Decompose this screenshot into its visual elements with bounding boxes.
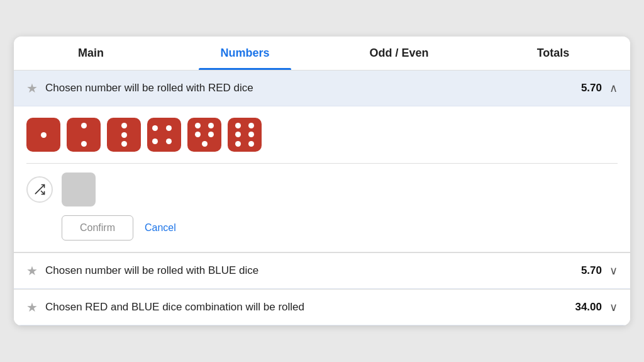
shuffle-button[interactable] bbox=[26, 176, 53, 203]
die-5[interactable] bbox=[187, 118, 221, 152]
die-2[interactable] bbox=[67, 118, 101, 152]
combination-chevron-down-icon[interactable]: ∨ bbox=[609, 300, 618, 314]
main-container: Main Numbers Odd / Even Totals ★ Chosen … bbox=[14, 37, 630, 325]
tab-odd-even[interactable]: Odd / Even bbox=[322, 37, 476, 70]
tab-bar: Main Numbers Odd / Even Totals bbox=[14, 37, 630, 71]
die-4[interactable] bbox=[147, 118, 181, 152]
combination-odds: 34.00 bbox=[575, 301, 602, 314]
combination-star-icon[interactable]: ★ bbox=[26, 300, 38, 315]
action-row: Confirm Cancel bbox=[62, 215, 618, 240]
blue-dice-odds: 5.70 bbox=[581, 264, 602, 277]
tab-main[interactable]: Main bbox=[14, 37, 168, 70]
dice-row bbox=[26, 118, 618, 152]
red-dice-header: ★ Chosen number will be rolled with RED … bbox=[14, 71, 630, 106]
cancel-button[interactable]: Cancel bbox=[142, 215, 179, 240]
blue-dice-header: ★ Chosen number will be rolled with BLUE… bbox=[14, 252, 630, 289]
number-input[interactable] bbox=[62, 173, 96, 206]
red-dice-content: Confirm Cancel bbox=[14, 106, 630, 252]
blue-dice-title: Chosen number will be rolled with BLUE d… bbox=[45, 264, 581, 277]
confirm-button[interactable]: Confirm bbox=[62, 215, 133, 240]
red-dice-star-icon[interactable]: ★ bbox=[26, 81, 38, 96]
combination-header: ★ Chosen RED and BLUE dice combination w… bbox=[14, 289, 630, 325]
combination-title: Chosen RED and BLUE dice combination wil… bbox=[45, 301, 575, 314]
controls-row bbox=[26, 173, 618, 206]
blue-dice-star-icon[interactable]: ★ bbox=[26, 263, 38, 278]
die-3[interactable] bbox=[107, 118, 141, 152]
tab-numbers[interactable]: Numbers bbox=[168, 37, 322, 70]
blue-dice-chevron-down-icon[interactable]: ∨ bbox=[609, 264, 618, 278]
red-dice-chevron-up-icon[interactable]: ∧ bbox=[609, 81, 618, 95]
tab-totals[interactable]: Totals bbox=[476, 37, 630, 70]
red-dice-odds: 5.70 bbox=[581, 82, 602, 94]
die-6[interactable] bbox=[228, 118, 262, 152]
die-1[interactable] bbox=[26, 118, 60, 152]
red-dice-title: Chosen number will be rolled with RED di… bbox=[45, 82, 581, 94]
